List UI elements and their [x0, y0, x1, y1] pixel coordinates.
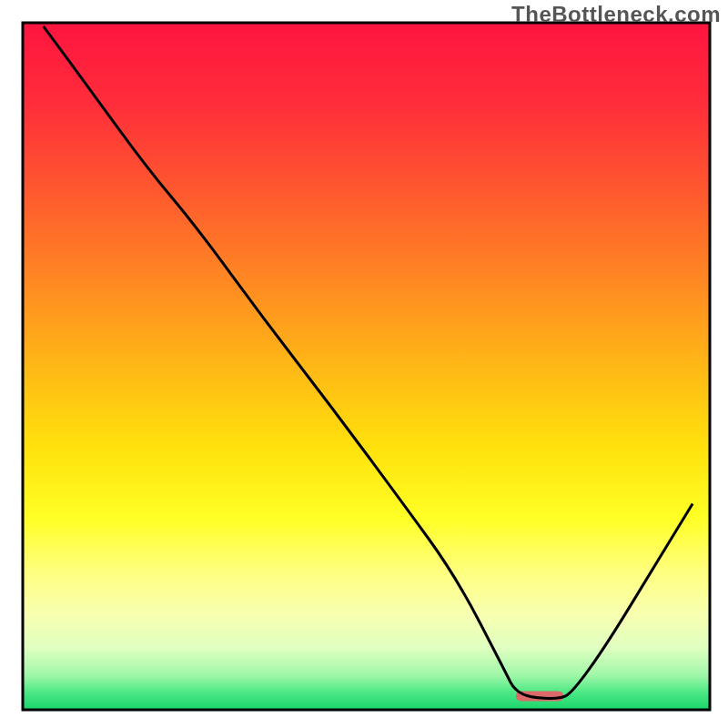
bottleneck-chart: TheBottleneck.com: [0, 0, 728, 728]
watermark-text: TheBottleneck.com: [511, 2, 721, 27]
plot-background: [23, 23, 710, 710]
chart-svg: [0, 0, 728, 728]
